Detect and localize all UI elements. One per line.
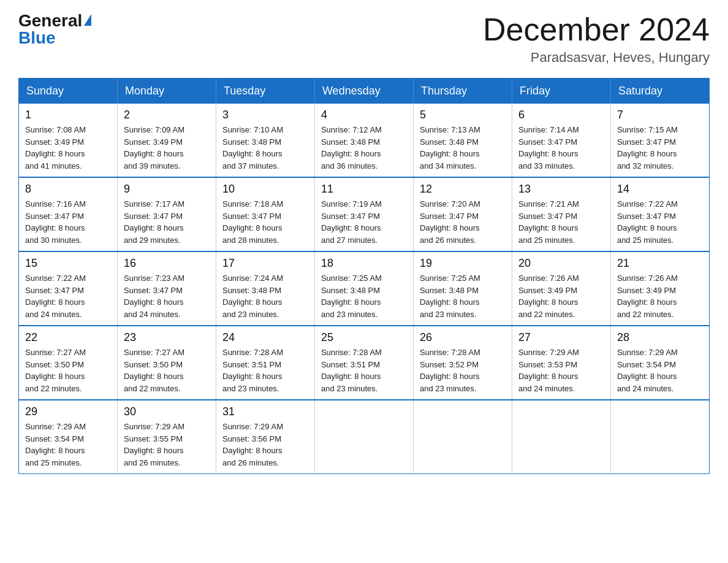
calendar-cell: 4 Sunrise: 7:12 AM Sunset: 3:48 PM Dayli… [314,104,413,177]
day-info: Sunrise: 7:17 AM Sunset: 3:47 PM Dayligh… [124,198,210,246]
day-info: Sunrise: 7:15 AM Sunset: 3:47 PM Dayligh… [617,124,703,172]
day-number: 9 [124,183,210,196]
calendar-cell: 17 Sunrise: 7:24 AM Sunset: 3:48 PM Dayl… [216,251,314,326]
calendar-cell: 13 Sunrise: 7:21 AM Sunset: 3:47 PM Dayl… [512,177,610,251]
week-row-3: 15 Sunrise: 7:22 AM Sunset: 3:47 PM Dayl… [19,251,710,326]
calendar-cell: 28 Sunrise: 7:29 AM Sunset: 3:54 PM Dayl… [610,326,709,400]
calendar-cell: 1 Sunrise: 7:08 AM Sunset: 3:49 PM Dayli… [19,104,118,177]
calendar-cell: 11 Sunrise: 7:19 AM Sunset: 3:47 PM Dayl… [314,177,413,251]
calendar-cell [512,400,610,474]
day-number: 1 [25,109,111,121]
day-number: 14 [617,183,703,196]
calendar-cell: 3 Sunrise: 7:10 AM Sunset: 3:48 PM Dayli… [216,104,314,177]
calendar-cell: 16 Sunrise: 7:23 AM Sunset: 3:47 PM Dayl… [117,251,216,326]
calendar-table: Sunday Monday Tuesday Wednesday Thursday… [18,78,710,474]
location-title: Paradsasvar, Heves, Hungary [483,50,710,66]
week-row-2: 8 Sunrise: 7:16 AM Sunset: 3:47 PM Dayli… [19,177,710,251]
day-info: Sunrise: 7:22 AM Sunset: 3:47 PM Dayligh… [617,198,703,246]
day-info: Sunrise: 7:09 AM Sunset: 3:49 PM Dayligh… [124,124,210,172]
logo: General Blue [18,12,91,47]
calendar-cell: 12 Sunrise: 7:20 AM Sunset: 3:47 PM Dayl… [413,177,512,251]
day-number: 6 [518,109,604,121]
day-number: 12 [420,183,506,196]
day-number: 27 [518,331,604,344]
day-info: Sunrise: 7:29 AM Sunset: 3:56 PM Dayligh… [222,421,308,469]
calendar-cell: 25 Sunrise: 7:28 AM Sunset: 3:51 PM Dayl… [314,326,413,400]
day-info: Sunrise: 7:21 AM Sunset: 3:47 PM Dayligh… [518,198,604,246]
day-number: 22 [25,331,111,344]
calendar-cell: 8 Sunrise: 7:16 AM Sunset: 3:47 PM Dayli… [19,177,118,251]
week-row-5: 29 Sunrise: 7:29 AM Sunset: 3:54 PM Dayl… [19,400,710,474]
week-row-1: 1 Sunrise: 7:08 AM Sunset: 3:49 PM Dayli… [19,104,710,177]
day-info: Sunrise: 7:26 AM Sunset: 3:49 PM Dayligh… [617,272,703,320]
logo-blue-text: Blue [18,28,56,47]
day-number: 15 [25,257,111,270]
calendar-cell: 20 Sunrise: 7:26 AM Sunset: 3:49 PM Dayl… [512,251,610,326]
day-number: 7 [617,109,703,121]
day-info: Sunrise: 7:16 AM Sunset: 3:47 PM Dayligh… [25,198,111,246]
day-number: 3 [222,109,308,121]
calendar-cell: 19 Sunrise: 7:25 AM Sunset: 3:48 PM Dayl… [413,251,512,326]
day-number: 29 [25,405,111,418]
day-info: Sunrise: 7:29 AM Sunset: 3:54 PM Dayligh… [25,421,111,469]
day-number: 13 [518,183,604,196]
calendar-cell [314,400,413,474]
calendar-cell: 26 Sunrise: 7:28 AM Sunset: 3:52 PM Dayl… [413,326,512,400]
day-info: Sunrise: 7:25 AM Sunset: 3:48 PM Dayligh… [321,272,407,320]
calendar-cell: 24 Sunrise: 7:28 AM Sunset: 3:51 PM Dayl… [216,326,314,400]
header-friday: Friday [512,79,610,104]
day-number: 17 [222,257,308,270]
day-number: 2 [124,109,210,121]
calendar-cell: 27 Sunrise: 7:29 AM Sunset: 3:53 PM Dayl… [512,326,610,400]
calendar-cell: 31 Sunrise: 7:29 AM Sunset: 3:56 PM Dayl… [216,400,314,474]
day-number: 25 [321,331,407,344]
header-wednesday: Wednesday [314,79,413,104]
calendar-cell [610,400,709,474]
header-monday: Monday [117,79,216,104]
page-header: General Blue December 2024 Paradsasvar, … [18,12,710,66]
day-number: 28 [617,331,703,344]
day-info: Sunrise: 7:26 AM Sunset: 3:49 PM Dayligh… [518,272,604,320]
day-info: Sunrise: 7:23 AM Sunset: 3:47 PM Dayligh… [124,272,210,320]
day-info: Sunrise: 7:28 AM Sunset: 3:51 PM Dayligh… [321,347,407,394]
day-info: Sunrise: 7:20 AM Sunset: 3:47 PM Dayligh… [420,198,506,246]
calendar-cell: 22 Sunrise: 7:27 AM Sunset: 3:50 PM Dayl… [19,326,118,400]
day-number: 10 [222,183,308,196]
day-number: 11 [321,183,407,196]
calendar-cell: 14 Sunrise: 7:22 AM Sunset: 3:47 PM Dayl… [610,177,709,251]
day-info: Sunrise: 7:28 AM Sunset: 3:51 PM Dayligh… [222,347,308,394]
day-number: 8 [25,183,111,196]
day-number: 24 [222,331,308,344]
calendar-cell: 5 Sunrise: 7:13 AM Sunset: 3:48 PM Dayli… [413,104,512,177]
day-number: 30 [124,405,210,418]
calendar-cell: 21 Sunrise: 7:26 AM Sunset: 3:49 PM Dayl… [610,251,709,326]
day-info: Sunrise: 7:29 AM Sunset: 3:55 PM Dayligh… [124,421,210,469]
calendar-cell: 18 Sunrise: 7:25 AM Sunset: 3:48 PM Dayl… [314,251,413,326]
day-info: Sunrise: 7:28 AM Sunset: 3:52 PM Dayligh… [420,347,506,394]
calendar-cell: 6 Sunrise: 7:14 AM Sunset: 3:47 PM Dayli… [512,104,610,177]
day-info: Sunrise: 7:29 AM Sunset: 3:54 PM Dayligh… [617,347,703,394]
day-number: 19 [420,257,506,270]
day-info: Sunrise: 7:13 AM Sunset: 3:48 PM Dayligh… [420,124,506,172]
day-info: Sunrise: 7:10 AM Sunset: 3:48 PM Dayligh… [222,124,308,172]
day-info: Sunrise: 7:27 AM Sunset: 3:50 PM Dayligh… [124,347,210,394]
day-info: Sunrise: 7:12 AM Sunset: 3:48 PM Dayligh… [321,124,407,172]
weekday-header-row: Sunday Monday Tuesday Wednesday Thursday… [19,79,710,104]
day-number: 23 [124,331,210,344]
calendar-cell: 15 Sunrise: 7:22 AM Sunset: 3:47 PM Dayl… [19,251,118,326]
day-number: 31 [222,405,308,418]
day-info: Sunrise: 7:18 AM Sunset: 3:47 PM Dayligh… [222,198,308,246]
day-number: 21 [617,257,703,270]
day-info: Sunrise: 7:08 AM Sunset: 3:49 PM Dayligh… [25,124,111,172]
day-info: Sunrise: 7:14 AM Sunset: 3:47 PM Dayligh… [518,124,604,172]
calendar-cell: 9 Sunrise: 7:17 AM Sunset: 3:47 PM Dayli… [117,177,216,251]
day-info: Sunrise: 7:27 AM Sunset: 3:50 PM Dayligh… [25,347,111,394]
week-row-4: 22 Sunrise: 7:27 AM Sunset: 3:50 PM Dayl… [19,326,710,400]
day-number: 20 [518,257,604,270]
day-info: Sunrise: 7:29 AM Sunset: 3:53 PM Dayligh… [518,347,604,394]
day-number: 18 [321,257,407,270]
calendar-cell: 10 Sunrise: 7:18 AM Sunset: 3:47 PM Dayl… [216,177,314,251]
title-section: December 2024 Paradsasvar, Heves, Hungar… [483,12,710,66]
calendar-cell: 30 Sunrise: 7:29 AM Sunset: 3:55 PM Dayl… [117,400,216,474]
day-number: 26 [420,331,506,344]
